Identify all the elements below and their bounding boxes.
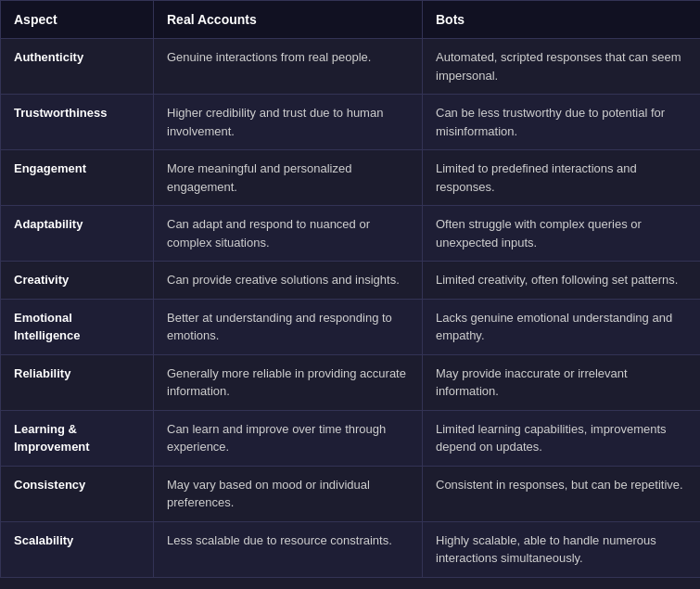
cell-bots: Can be less trustworthy due to potential… [423, 95, 701, 150]
comparison-table-container: Aspect Real Accounts Bots AuthenticityGe… [0, 0, 700, 589]
cell-real-accounts: Less scalable due to resource constraint… [154, 521, 423, 577]
header-aspect: Aspect [1, 1, 154, 39]
cell-bots: Often struggle with complex queries or u… [423, 206, 701, 262]
cell-aspect: Engagement [1, 150, 154, 206]
cell-bots: Consistent in responses, but can be repe… [423, 466, 701, 521]
cell-bots: Automated, scripted responses that can s… [423, 39, 701, 95]
table-header-row: Aspect Real Accounts Bots [1, 1, 701, 39]
cell-real-accounts: Better at understanding and responding t… [154, 299, 423, 354]
cell-aspect: Adaptability [1, 206, 154, 262]
header-bots: Bots [423, 1, 701, 39]
cell-real-accounts: Generally more reliable in providing acc… [154, 354, 423, 410]
table-row: AdaptabilityCan adapt and respond to nua… [1, 206, 701, 262]
cell-real-accounts: Can adapt and respond to nuanced or comp… [154, 206, 423, 262]
cell-aspect: Consistency [1, 466, 154, 521]
cell-real-accounts: More meaningful and personalized engagem… [154, 150, 423, 206]
table-row: ScalabilityLess scalable due to resource… [1, 521, 701, 577]
table-row: CreativityCan provide creative solutions… [1, 262, 701, 300]
cell-real-accounts: Higher credibility and trust due to huma… [154, 95, 423, 150]
table-row: AuthenticityGenuine interactions from re… [1, 39, 701, 95]
cell-real-accounts: Can learn and improve over time through … [154, 410, 423, 466]
table-row: Learning & ImprovementCan learn and impr… [1, 410, 701, 466]
header-real-accounts: Real Accounts [154, 1, 423, 39]
cell-bots: May provide inaccurate or irrelevant inf… [423, 354, 701, 410]
cell-real-accounts: May vary based on mood or individual pre… [154, 466, 423, 521]
cell-bots: Limited learning capabilities, improveme… [423, 410, 701, 466]
cell-aspect: Reliability [1, 354, 154, 410]
cell-aspect: Learning & Improvement [1, 410, 154, 466]
cell-aspect: Scalability [1, 521, 154, 577]
cell-bots: Limited to predefined interactions and r… [423, 150, 701, 206]
table-row: EngagementMore meaningful and personaliz… [1, 150, 701, 206]
cell-aspect: Authenticity [1, 39, 154, 95]
cell-bots: Highly scalable, able to handle numerous… [423, 521, 701, 577]
table-row: TrustworthinessHigher credibility and tr… [1, 95, 701, 150]
cell-aspect: Creativity [1, 262, 154, 300]
table-row: ReliabilityGenerally more reliable in pr… [1, 354, 701, 410]
cell-aspect: Trustworthiness [1, 95, 154, 150]
cell-real-accounts: Genuine interactions from real people. [154, 39, 423, 95]
table-row: Emotional IntelligenceBetter at understa… [1, 299, 701, 354]
table-row: ConsistencyMay vary based on mood or ind… [1, 466, 701, 521]
cell-real-accounts: Can provide creative solutions and insig… [154, 262, 423, 300]
cell-bots: Limited creativity, often following set … [423, 262, 701, 300]
cell-aspect: Emotional Intelligence [1, 299, 154, 354]
comparison-table: Aspect Real Accounts Bots AuthenticityGe… [0, 0, 700, 578]
cell-bots: Lacks genuine emotional understanding an… [423, 299, 701, 354]
